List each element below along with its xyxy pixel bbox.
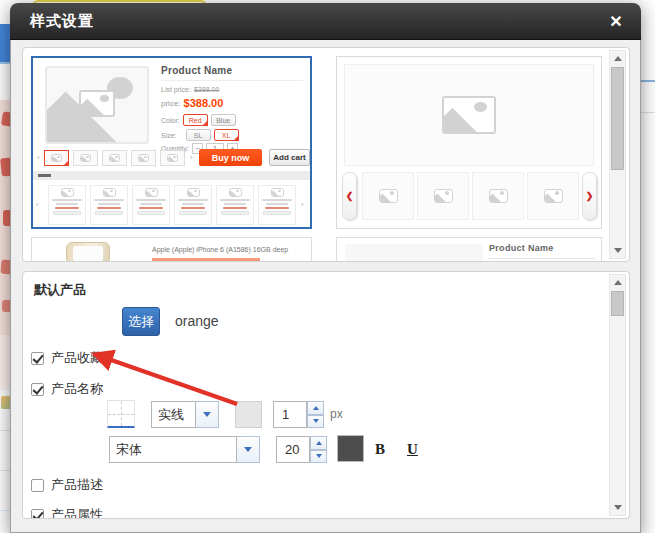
favorite-label: 产品收藏 xyxy=(51,349,103,367)
related-product-card xyxy=(90,185,128,225)
list-price-label: List price: xyxy=(161,86,191,93)
divider xyxy=(489,258,595,259)
template-card-iphone[interactable]: Apple (Apple) iPhone 6 (A1586) 16GB deep xyxy=(31,237,312,262)
style-settings-dialog: 样式设置 ✕ Product Name List price: $388.00 … xyxy=(10,3,641,533)
dialog-body: Product Name List price: $388.00 price: … xyxy=(10,40,641,533)
thumbnail xyxy=(73,150,98,166)
dialog-titlebar: 样式设置 ✕ xyxy=(10,3,641,40)
chevron-down-icon xyxy=(203,412,211,417)
scrollbar-thumb[interactable] xyxy=(611,291,624,316)
chevron-down-icon xyxy=(313,419,319,423)
border-width-value[interactable]: 1 xyxy=(273,401,307,428)
iphone-price-line xyxy=(152,258,260,261)
thumb-next-icon: › xyxy=(190,153,193,162)
dropdown-button[interactable] xyxy=(196,401,219,428)
close-icon[interactable]: ✕ xyxy=(605,10,627,32)
size-option-sl: SL xyxy=(186,129,211,141)
attributes-label: 产品属性 xyxy=(51,506,103,519)
iphone-product-photo xyxy=(66,242,110,262)
dropdown-button[interactable] xyxy=(237,436,260,463)
chevron-left-icon: ❮ xyxy=(346,191,354,201)
preview-scrollbar[interactable] xyxy=(609,50,626,259)
description-checkbox[interactable] xyxy=(31,479,44,492)
image-placeholder xyxy=(345,244,483,262)
color-option-blue: Blue xyxy=(211,114,236,126)
related-product-card xyxy=(48,185,86,225)
divider xyxy=(161,80,303,81)
settings-scrollbar[interactable] xyxy=(609,274,626,516)
description-label: 产品描述 xyxy=(51,476,103,494)
price-value: $388.00 xyxy=(184,97,224,109)
scroll-up-button[interactable] xyxy=(610,51,625,66)
select-button[interactable]: 选择 xyxy=(122,307,160,336)
favorite-checkbox[interactable] xyxy=(31,352,44,365)
related-product-card xyxy=(132,185,170,225)
chevron-down-icon xyxy=(244,447,252,452)
spin-down-button[interactable] xyxy=(310,450,327,464)
related-next-icon: › xyxy=(301,200,304,209)
iphone-title: Apple (Apple) iPhone 6 (A1586) 16GB deep xyxy=(152,246,288,253)
thumbnail-selected xyxy=(44,150,69,166)
gallery-thumbnail xyxy=(527,172,579,220)
selected-product-value: orange xyxy=(175,313,219,329)
scroll-down-button[interactable] xyxy=(610,243,625,258)
image-icon xyxy=(442,96,496,134)
underline-button[interactable]: U xyxy=(407,441,418,458)
preview-product-name: Product Name xyxy=(161,65,232,76)
attributes-checkbox[interactable] xyxy=(31,509,44,520)
background-table-line xyxy=(641,112,655,113)
thumb-prev-icon: ‹ xyxy=(37,153,40,162)
checkbox-row-favorite: 产品收藏 xyxy=(31,349,103,367)
related-prev-icon: ‹ xyxy=(36,200,39,209)
template-preview-pane: Product Name List price: $388.00 price: … xyxy=(22,47,630,262)
chevron-up-icon xyxy=(313,406,319,410)
related-product-card xyxy=(216,185,254,225)
thumbnail xyxy=(102,150,127,166)
font-size-value[interactable]: 20 xyxy=(276,436,310,463)
border-color-swatch[interactable] xyxy=(235,401,262,428)
gallery-next-button: ❯ xyxy=(582,172,597,220)
image-icon xyxy=(79,90,115,117)
price-label: price: xyxy=(161,99,181,108)
template-card-detail-selected[interactable]: Product Name List price: $388.00 price: … xyxy=(31,56,312,229)
bold-button[interactable]: B xyxy=(375,441,385,458)
color-option-red: Red xyxy=(183,114,208,126)
related-product-card xyxy=(174,185,212,225)
template-card-gallery[interactable]: ❮ ❯ xyxy=(336,56,602,229)
template-card-detail-2[interactable]: Product Name List price: $388.00 xyxy=(336,237,602,262)
size-label: Size: xyxy=(161,132,177,139)
scroll-up-button[interactable] xyxy=(610,275,625,290)
border-width-spinner: 1 xyxy=(273,401,324,428)
scroll-down-button[interactable] xyxy=(610,500,625,515)
spin-up-button[interactable] xyxy=(307,401,324,415)
font-size-spinner: 20 xyxy=(276,436,327,463)
name-label: 产品名称 xyxy=(51,380,103,398)
name-checkbox[interactable] xyxy=(31,383,44,396)
list-price-value: $388.00 xyxy=(194,86,219,93)
chevron-right-icon: ❯ xyxy=(586,191,594,201)
related-title-text xyxy=(38,174,51,177)
color-label: Color: xyxy=(161,117,180,124)
dialog-title: 样式设置 xyxy=(30,12,94,31)
gallery-thumbnail xyxy=(417,172,469,220)
thumbnail xyxy=(131,150,156,166)
gallery-thumbnail xyxy=(362,172,414,220)
border-position-picker[interactable] xyxy=(107,400,135,428)
scrollbar-thumb[interactable] xyxy=(611,67,624,170)
spin-down-button[interactable] xyxy=(307,415,324,429)
thumbnail xyxy=(160,150,185,166)
checkbox-row-attributes: 产品属性 xyxy=(31,506,103,519)
background-table-line-blue xyxy=(641,80,655,82)
buy-now-button: Buy now xyxy=(199,149,262,166)
font-family-value[interactable]: 宋体 xyxy=(109,436,237,463)
main-image-placeholder xyxy=(344,64,594,166)
chevron-down-icon xyxy=(316,454,322,458)
spin-up-button[interactable] xyxy=(310,436,327,450)
preview-product-name: Product Name xyxy=(489,243,554,253)
related-products-header xyxy=(33,171,310,180)
checkbox-row-description: 产品描述 xyxy=(31,476,103,494)
border-style-value[interactable]: 实线 xyxy=(151,401,196,428)
font-color-swatch[interactable] xyxy=(337,435,364,462)
default-product-label: 默认产品 xyxy=(34,281,86,299)
add-cart-button: Add cart xyxy=(269,149,310,166)
